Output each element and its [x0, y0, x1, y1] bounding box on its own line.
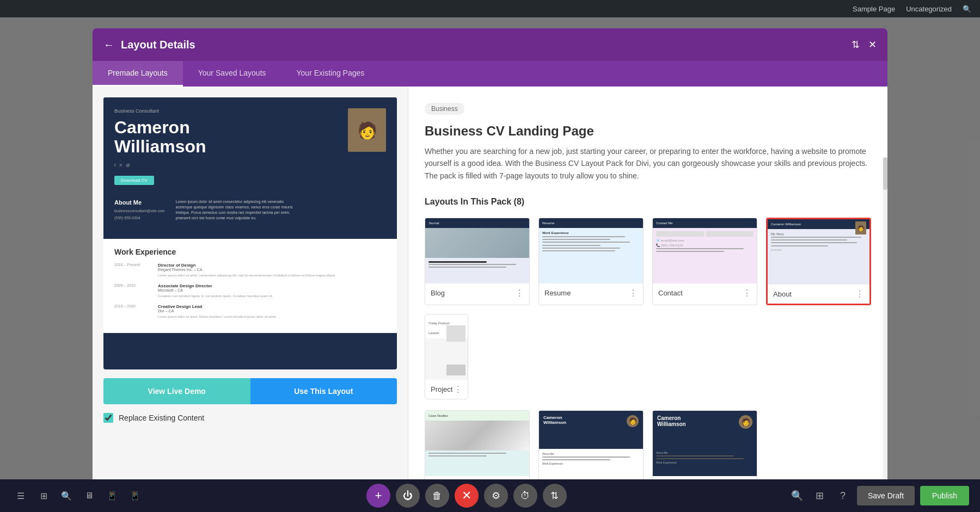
layout-card-project-image: Trinity ProductLaunch — [425, 314, 468, 380]
layout-card-project-footer: Project ⋮ — [425, 380, 468, 399]
cv-work-desc-1: Lorem ipsum dolor sit amet, consectetur … — [158, 274, 336, 278]
layout-card-blog[interactable]: Journal Blog ⋮ — [425, 218, 530, 305]
trash-button[interactable]: 🗑 — [425, 484, 449, 508]
layout-button[interactable]: ⇅ — [543, 484, 567, 508]
wp-admin-bar: Sample Page Uncategorized 🔍 — [0, 0, 980, 17]
portfolio-photo — [425, 421, 529, 451]
layout-card-about[interactable]: Cameron Williamson 🧑 My Story journalist — [766, 218, 871, 305]
divi-bar-right: 🔍 ⊞ ? Save Draft Publish — [788, 486, 969, 505]
add-module-button[interactable]: + — [366, 484, 390, 508]
tab-premade-layouts[interactable]: Premade Layouts — [93, 61, 183, 87]
cv-work-title: Work Experience — [114, 248, 386, 256]
home-preview: CameronWilliamson 🧑 — [539, 411, 643, 449]
cv-work-entry-2: 2009 – 2010 Associate Design Director Mi… — [114, 283, 386, 299]
cv-work-entry-3: 2018 – 2020 Creative Design Lead Divi – … — [114, 304, 386, 319]
cv-work-company-1: Elegant Themes Inc. – CA — [158, 268, 336, 272]
blog-photo — [425, 228, 529, 258]
cv-work-content-1: Director of Design Elegant Themes Inc. –… — [158, 263, 336, 278]
close-icon[interactable]: ✕ — [868, 39, 877, 51]
cv-photo: 🧑 — [348, 108, 386, 152]
layout-card-blog-footer: Blog ⋮ — [425, 283, 529, 303]
publish-button[interactable]: Publish — [920, 486, 969, 505]
cv-work-desc-2: Curabitur non tincidunt ligula. In non p… — [158, 294, 273, 299]
layout-card-resume[interactable]: Resume Work Experience — [538, 218, 644, 305]
cv-work-role-3: Creative Design Lead — [158, 304, 277, 309]
cv-work-company-2: Microsoft – CA — [158, 288, 273, 292]
layout-card-landing-image: CameronWilliamson 🧑 About Me Work Experi… — [653, 411, 757, 476]
layout-blog-menu[interactable]: ⋮ — [515, 288, 524, 298]
layout-project-menu[interactable]: ⋮ — [454, 384, 462, 394]
search-icon[interactable]: 🔍 — [57, 486, 76, 505]
landing-name: CameronWilliamson — [657, 415, 752, 427]
landing-photo: 🧑 — [739, 415, 752, 429]
history-button[interactable]: ⏱ — [513, 484, 537, 508]
cv-work-role-2: Associate Design Director — [158, 283, 273, 288]
layout-card-about-footer: About ⋮ — [768, 285, 869, 304]
close-button[interactable]: ✕ — [455, 484, 479, 508]
layout-about-label: About — [773, 290, 792, 298]
back-button[interactable]: ← — [103, 39, 114, 51]
help-icon[interactable]: ? — [834, 490, 852, 502]
mobile-icon[interactable]: 📱 — [125, 486, 145, 505]
hamburger-icon[interactable]: ☰ — [11, 486, 30, 505]
grid-right-icon[interactable]: ⊞ — [811, 490, 829, 502]
tablet-icon[interactable]: 📱 — [102, 486, 122, 505]
admin-bar-search-icon[interactable]: 🔍 — [963, 5, 971, 13]
save-draft-button[interactable]: Save Draft — [857, 486, 915, 505]
search-right-icon[interactable]: 🔍 — [788, 490, 806, 502]
layout-card-contact-footer: Contact ⋮ — [653, 283, 757, 303]
layout-card-blog-image: Journal — [425, 218, 529, 283]
layout-about-menu[interactable]: ⋮ — [855, 289, 864, 299]
layout-description: Whether you are searching for a new job,… — [425, 145, 871, 182]
layout-card-contact[interactable]: Contact Me 📧 email@site.com 📞 (555) 555-… — [652, 218, 757, 305]
replace-content-row: Replace Existing Content — [103, 413, 397, 423]
tab-saved-layouts[interactable]: Your Saved Layouts — [183, 61, 281, 87]
layout-resume-menu[interactable]: ⋮ — [629, 288, 638, 298]
cv-social-icons: f X @ — [114, 163, 386, 168]
cv-work-section: Work Experience 2016 – Present Director … — [103, 239, 397, 333]
preview-actions: View Live Demo Use This Layout — [103, 378, 397, 404]
category-badge[interactable]: Business — [425, 103, 464, 115]
tab-existing-pages[interactable]: Your Existing Pages — [281, 61, 380, 87]
layout-card-project[interactable]: Trinity ProductLaunch Project ⋮ — [425, 314, 468, 399]
divi-bottom-bar: ☰ ⊞ 🔍 🖥 📱 📱 + ⏻ 🗑 ✕ ⚙ ⏱ ⇅ 🔍 ⊞ ? Save Dra… — [0, 479, 980, 512]
cv-work-entry-1: 2016 – Present Director of Design Elegan… — [114, 263, 386, 278]
desktop-icon[interactable]: 🖥 — [79, 486, 99, 505]
cv-preview-header: Business Consultant CameronWilliamson 🧑 … — [103, 97, 397, 239]
settings-icon[interactable]: ⇅ — [852, 39, 860, 51]
replace-content-checkbox[interactable] — [103, 413, 113, 423]
layouts-grid-row1: Journal Blog ⋮ — [425, 218, 871, 399]
about-photo: 🧑 — [855, 221, 866, 235]
landing-preview: CameronWilliamson 🧑 — [653, 411, 757, 449]
admin-bar-sample-page[interactable]: Sample Page — [853, 5, 895, 13]
scrollbar-track[interactable] — [883, 157, 887, 485]
power-button[interactable]: ⏻ — [396, 484, 420, 508]
layout-project-label: Project — [431, 385, 452, 393]
scrollbar-thumb — [883, 157, 887, 190]
modal-header-right: ⇅ ✕ — [852, 39, 877, 51]
cv-phone: (555) 555-0304 — [114, 216, 165, 220]
cv-work-content-2: Associate Design Director Microsoft – CA… — [158, 283, 273, 299]
layout-blog-label: Blog — [431, 289, 445, 297]
layout-card-about-image: Cameron Williamson 🧑 My Story journalist — [768, 219, 869, 285]
use-this-layout-button[interactable]: Use This Layout — [250, 378, 397, 404]
preview-panel: Business Consultant CameronWilliamson 🧑 … — [93, 87, 408, 496]
view-live-demo-button[interactable]: View Live Demo — [103, 378, 250, 404]
cv-bio: Lorem ipsum dolor sit amet consectetur a… — [176, 199, 293, 223]
cv-work-year-1: 2016 – Present — [114, 263, 147, 278]
admin-bar-uncategorized[interactable]: Uncategorized — [906, 5, 952, 13]
layout-card-contact-image: Contact Me 📧 email@site.com 📞 (555) 555-… — [653, 218, 757, 283]
modal-header-left: ← Layout Details — [103, 39, 195, 51]
divi-bar-center: + ⏻ 🗑 ✕ ⚙ ⏱ ⇅ — [366, 484, 567, 508]
modal-body: Business Consultant CameronWilliamson 🧑 … — [93, 87, 887, 496]
layout-card-home-image: CameronWilliamson 🧑 About Me Work Experi… — [539, 411, 643, 476]
layout-contact-menu[interactable]: ⋮ — [743, 288, 751, 298]
layout-contact-label: Contact — [658, 289, 683, 297]
modal-header: ← Layout Details ⇅ ✕ — [93, 28, 887, 61]
layout-card-portfolio-image: Case Studies — [425, 411, 529, 476]
page-settings-button[interactable]: ⚙ — [484, 484, 508, 508]
grid-icon[interactable]: ⊞ — [34, 486, 53, 505]
home-name: CameronWilliamson — [543, 415, 639, 425]
layout-resume-label: Resume — [544, 289, 571, 297]
cv-download-btn: Download CV — [114, 176, 154, 185]
